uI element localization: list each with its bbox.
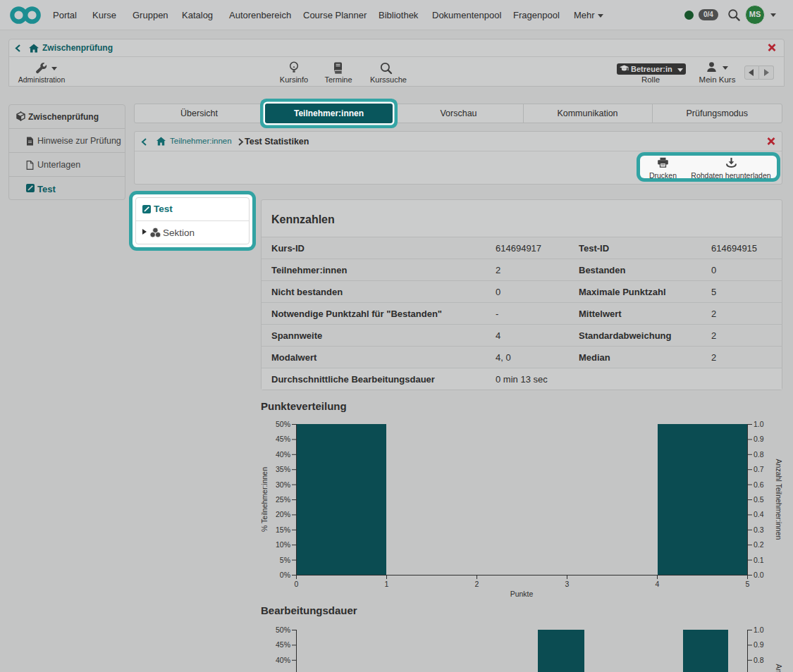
svg-text:35%: 35%: [276, 465, 290, 473]
svg-text:25%: 25%: [276, 495, 290, 504]
svg-text:0.4: 0.4: [754, 510, 764, 518]
svg-text:% Teilnehmer:innen: % Teilnehmer:innen: [260, 467, 269, 532]
svg-text:0%: 0%: [280, 571, 290, 579]
svg-text:0.5: 0.5: [754, 495, 764, 504]
svg-text:1.0: 1.0: [754, 420, 764, 428]
svg-text:50%: 50%: [276, 626, 290, 634]
svg-text:40%: 40%: [276, 450, 290, 459]
svg-text:45%: 45%: [276, 435, 290, 443]
svg-text:20%: 20%: [276, 510, 290, 518]
svg-text:5: 5: [746, 580, 750, 588]
svg-text:Anzahl Teilnehmer:innen: Anzahl Teilnehmer:innen: [775, 664, 783, 672]
svg-text:30%: 30%: [276, 480, 290, 489]
svg-text:0.7: 0.7: [754, 465, 764, 473]
svg-text:0.2: 0.2: [754, 540, 764, 549]
svg-text:1.0: 1.0: [754, 626, 764, 634]
svg-text:0.9: 0.9: [754, 435, 764, 443]
svg-text:0.9: 0.9: [754, 640, 764, 649]
svg-text:0.0: 0.0: [754, 571, 764, 579]
svg-text:0.3: 0.3: [754, 525, 764, 534]
svg-text:45%: 45%: [276, 640, 290, 649]
svg-text:4: 4: [656, 580, 660, 588]
svg-text:5%: 5%: [280, 556, 290, 564]
svg-text:0.1: 0.1: [754, 556, 764, 564]
svg-text:2: 2: [475, 580, 479, 588]
svg-text:0.8: 0.8: [754, 450, 764, 459]
svg-text:Punkte: Punkte: [510, 590, 534, 598]
svg-text:15%: 15%: [276, 525, 290, 534]
svg-text:50%: 50%: [276, 420, 290, 428]
svg-text:10%: 10%: [276, 540, 290, 549]
svg-text:0.8: 0.8: [754, 656, 764, 664]
svg-text:0.6: 0.6: [754, 480, 764, 489]
svg-text:3: 3: [565, 580, 570, 588]
svg-text:1: 1: [385, 580, 389, 588]
svg-text:0: 0: [295, 580, 299, 588]
svg-text:Anzahl Teilnehmer:innen: Anzahl Teilnehmer:innen: [775, 459, 783, 540]
svg-text:40%: 40%: [276, 656, 290, 664]
